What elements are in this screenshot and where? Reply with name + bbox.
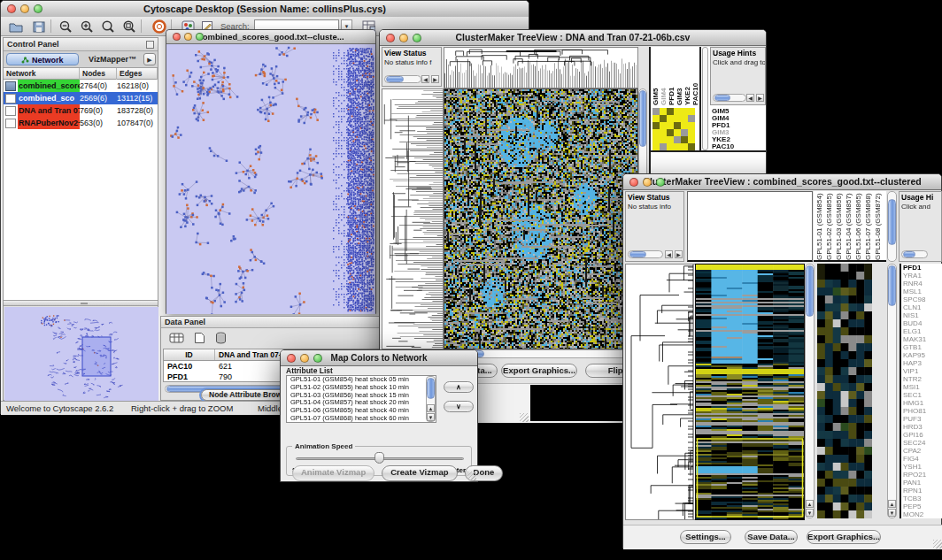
network-view-window-controls[interactable] bbox=[173, 33, 204, 41]
zoom-button[interactable] bbox=[413, 34, 421, 42]
attribute-listbox[interactable]: GPL51-01 (GSM854) heat shock 05 minGPL51… bbox=[286, 375, 436, 423]
attribute-select-icon[interactable] bbox=[166, 330, 186, 346]
resize-grip[interactable] bbox=[467, 472, 476, 480]
column-tree-area[interactable] bbox=[687, 191, 813, 262]
tab-overflow-arrow[interactable]: ▶ bbox=[143, 53, 156, 65]
attribute-list-scrollbar[interactable]: ▲ ▼ bbox=[426, 376, 436, 422]
zoom-column-labels: GIM5GIM4PFD1GIM3YKE2PAC10 bbox=[652, 47, 699, 105]
zoom-heatmap[interactable] bbox=[817, 264, 872, 518]
attribute-list-item[interactable]: GPL51-07 (GSM868) heat shock 60 min bbox=[289, 415, 436, 423]
network-table-row[interactable]: combined_sco 2569(6) 13112(15) bbox=[4, 92, 158, 104]
control-panel: Control Panel Network VizMapper™ ▶ Netwo… bbox=[3, 37, 158, 401]
scroll-left-icon[interactable]: ◀ bbox=[746, 94, 754, 102]
network-table-row[interactable]: combined_scores 2764(0) 16218(0) bbox=[4, 80, 158, 92]
zoom-button[interactable] bbox=[196, 33, 204, 41]
column-labels: GPL51-01 (GSM854)GPL51-02 (GSM855)GPL51-… bbox=[814, 191, 886, 262]
tab-vizmapper[interactable]: VizMapper™ bbox=[82, 53, 143, 65]
delete-attribute-icon[interactable] bbox=[211, 330, 230, 346]
view-status-scrollbar[interactable] bbox=[628, 250, 663, 258]
scroll-up-icon[interactable]: ▲ bbox=[888, 500, 896, 508]
panel-splitter[interactable] bbox=[4, 300, 158, 306]
minimize-button[interactable] bbox=[184, 33, 192, 41]
row-dendrogram[interactable] bbox=[625, 264, 696, 520]
zoom-in-icon[interactable] bbox=[77, 19, 97, 35]
settings-button[interactable]: Settings... bbox=[680, 530, 731, 544]
main-title-bar[interactable]: Cytoscape Desktop (Session Name: collins… bbox=[1, 1, 529, 18]
zoom-button[interactable] bbox=[313, 354, 322, 363]
minimize-button[interactable] bbox=[20, 4, 29, 13]
close-button[interactable] bbox=[629, 178, 638, 187]
zoom-out-icon[interactable] bbox=[56, 19, 75, 35]
zoom-selected-icon[interactable] bbox=[120, 19, 139, 35]
network-view-title-bar[interactable]: combined_scores_good.txt--cluste... bbox=[166, 30, 375, 44]
scroll-right-icon[interactable]: ▶ bbox=[431, 75, 439, 83]
usage-scrollbar[interactable] bbox=[713, 94, 746, 102]
main-heatmap[interactable] bbox=[695, 264, 805, 520]
new-attribute-icon[interactable] bbox=[189, 330, 209, 346]
network-type-icon bbox=[5, 119, 16, 128]
scroll-left-icon[interactable]: ◀ bbox=[421, 75, 429, 83]
treeview-combined-window: ClusterMaker TreeView : combined_scores_… bbox=[622, 173, 942, 548]
network-table-row[interactable]: DNA and Tran 07 769(0) 183728(0) bbox=[4, 104, 158, 117]
move-up-button[interactable]: ∧ bbox=[444, 381, 474, 393]
scroll-right-icon[interactable]: ▶ bbox=[756, 94, 764, 102]
network-overview[interactable] bbox=[4, 307, 158, 401]
zoom-row-labels: GIM5GIM4PFD1GIM3YKE2PAC10 bbox=[712, 108, 734, 150]
map-colors-title-bar[interactable]: Map Colors to Network bbox=[281, 350, 477, 366]
header-vscrollbar[interactable] bbox=[887, 191, 897, 262]
usage-scrollbar[interactable] bbox=[901, 250, 928, 258]
scroll-down-icon[interactable]: ▼ bbox=[806, 509, 814, 517]
float-panel-icon[interactable] bbox=[146, 41, 154, 49]
scroll-right-icon[interactable]: ▶ bbox=[675, 250, 683, 258]
network-table-row[interactable]: RNAPuberNov2+ 563(0) 107847(0) bbox=[4, 117, 158, 129]
dialog-button[interactable]: Animate Vizmap bbox=[292, 465, 374, 481]
scroll-up-icon[interactable]: ▲ bbox=[806, 500, 814, 508]
minimize-button[interactable] bbox=[643, 178, 652, 187]
row-dendrogram[interactable] bbox=[382, 88, 444, 349]
close-button[interactable] bbox=[7, 4, 16, 13]
close-button[interactable] bbox=[287, 354, 296, 363]
dialog-button[interactable]: Create Vizmap bbox=[382, 465, 457, 481]
gene-list-vscrollbar[interactable]: ▲ ▼ bbox=[887, 264, 897, 518]
attribute-list-label: Attribute List bbox=[286, 366, 333, 375]
export-graphics-button[interactable]: Export Graphics... bbox=[501, 364, 577, 378]
zoom-button[interactable] bbox=[656, 178, 665, 187]
close-button[interactable] bbox=[173, 33, 181, 41]
open-session-icon[interactable] bbox=[6, 19, 26, 35]
view-status-scrollbar[interactable] bbox=[384, 75, 421, 83]
main-window-title: Cytoscape Desktop (Session Name: collins… bbox=[143, 4, 386, 14]
animation-slider-thumb[interactable] bbox=[374, 452, 384, 464]
scroll-left-icon[interactable]: ◀ bbox=[665, 250, 673, 258]
tab-network[interactable]: Network bbox=[6, 53, 79, 65]
zoom-fit-icon[interactable] bbox=[98, 19, 118, 35]
window-controls[interactable] bbox=[386, 34, 421, 42]
treeview-dna-title-bar[interactable]: ClusterMaker TreeView : DNA and Tran 07-… bbox=[380, 30, 766, 46]
window-controls[interactable] bbox=[7, 4, 42, 13]
network-type-icon bbox=[5, 94, 16, 104]
save-session-icon[interactable] bbox=[29, 19, 49, 35]
treeview-combined-title-bar[interactable]: ClusterMaker TreeView : combined_scores_… bbox=[623, 174, 941, 190]
zoom-button[interactable] bbox=[34, 4, 42, 13]
scroll-down-icon[interactable]: ▼ bbox=[888, 509, 896, 517]
minimize-button[interactable] bbox=[399, 34, 408, 42]
network-view-title: combined_scores_good.txt--cluste... bbox=[197, 32, 344, 42]
desktop: { "glyphs": {"left":"◀","right":"▶","up"… bbox=[0, 0, 942, 560]
zoom-matrix[interactable] bbox=[652, 108, 695, 150]
export-graphics-button[interactable]: Export Graphics... bbox=[807, 530, 881, 544]
heatmap-vscrollbar[interactable]: ▲ ▼ bbox=[805, 264, 815, 518]
column-dendrogram[interactable] bbox=[444, 47, 638, 88]
minimize-button[interactable] bbox=[300, 354, 309, 363]
resize-grip[interactable] bbox=[933, 540, 942, 548]
window-controls[interactable] bbox=[287, 354, 322, 363]
network-canvas[interactable] bbox=[166, 44, 375, 314]
scroll-down-icon[interactable]: ▼ bbox=[427, 413, 435, 421]
zoom-vscrollbar[interactable] bbox=[702, 47, 708, 150]
network-table: combined_scores 2764(0) 16218(0) combine… bbox=[4, 80, 158, 300]
save-data-button[interactable]: Save Data... bbox=[745, 530, 798, 544]
main-heatmap[interactable] bbox=[444, 88, 638, 349]
window-controls[interactable] bbox=[629, 178, 665, 187]
close-button[interactable] bbox=[386, 34, 395, 42]
resize-grip[interactable] bbox=[520, 413, 529, 422]
move-down-button[interactable]: ∨ bbox=[444, 401, 474, 412]
scroll-up-icon[interactable]: ▲ bbox=[427, 404, 435, 412]
